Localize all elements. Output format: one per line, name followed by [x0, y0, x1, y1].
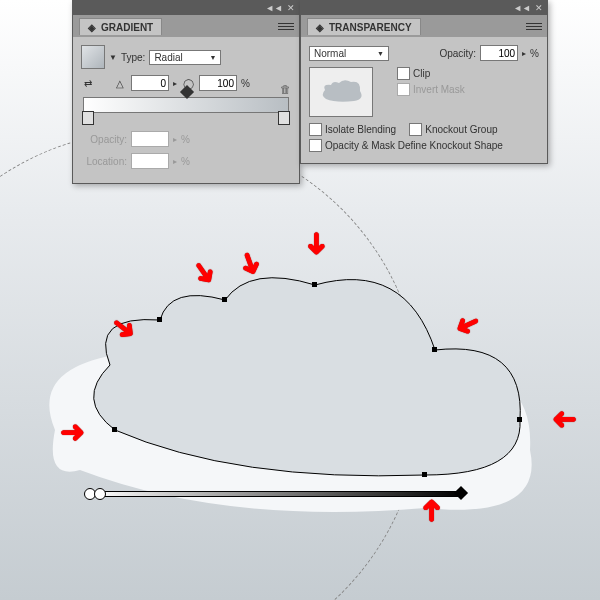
tab-transparency[interactable]: ◈TRANSPARENCY	[307, 18, 421, 35]
gradient-preview-swatch[interactable]	[81, 45, 105, 69]
svg-rect-5	[517, 417, 522, 422]
svg-rect-1	[157, 317, 162, 322]
isolate-blending-checkbox[interactable]: Isolate Blending	[309, 123, 396, 136]
angle-icon: △	[113, 76, 127, 90]
collapse-icon[interactable]: ◄◄	[265, 3, 283, 13]
gradient-ramp[interactable]	[83, 97, 289, 113]
aspect-input[interactable]	[199, 75, 237, 91]
panel-titlebar[interactable]: ◄◄ ✕	[73, 1, 299, 15]
close-icon[interactable]: ✕	[535, 3, 543, 13]
type-label: Type:	[121, 52, 145, 63]
red-arrow: ➜	[416, 498, 446, 523]
svg-rect-3	[312, 282, 317, 287]
gradient-type-select[interactable]: Radial	[149, 50, 221, 65]
stop-opacity-input	[131, 131, 169, 147]
gradient-annotator-bar[interactable]	[92, 491, 462, 497]
object-thumbnail[interactable]	[309, 67, 373, 117]
tab-gradient[interactable]: ◈GRADIENT	[79, 18, 162, 35]
reverse-gradient-icon[interactable]: ⇄	[81, 76, 95, 90]
panel-tabs: ◈GRADIENT	[73, 15, 299, 37]
dropdown-icon[interactable]: ▼	[109, 53, 117, 62]
opacity-input[interactable]	[480, 45, 518, 61]
opacity-label: Opacity:	[439, 48, 476, 59]
svg-rect-2	[222, 297, 227, 302]
svg-rect-6	[422, 472, 427, 477]
transparency-panel: ◄◄ ✕ ◈TRANSPARENCY Normal Opacity: ▸ % C…	[300, 0, 548, 164]
stepper-icon[interactable]: ▸	[522, 49, 526, 58]
panel-menu-button[interactable]	[277, 19, 295, 33]
svg-rect-4	[432, 347, 437, 352]
gradient-annotator-start-inner[interactable]	[94, 488, 106, 500]
location-label: Location:	[81, 156, 127, 167]
diamond-icon: ◈	[316, 22, 326, 32]
diamond-icon: ◈	[88, 22, 98, 32]
panel-titlebar[interactable]: ◄◄ ✕	[301, 1, 547, 15]
invert-mask-checkbox: Invert Mask	[397, 83, 465, 96]
panel-menu-button[interactable]	[525, 19, 543, 33]
svg-rect-0	[112, 427, 117, 432]
gradient-stop-right[interactable]	[278, 111, 290, 125]
close-icon[interactable]: ✕	[287, 3, 295, 13]
collapse-icon[interactable]: ◄◄	[513, 3, 531, 13]
trash-icon[interactable]: 🗑	[280, 83, 291, 95]
cloud-selected-path[interactable]	[55, 270, 575, 500]
angle-input[interactable]	[131, 75, 169, 91]
stepper-icon[interactable]: ▸	[173, 79, 177, 88]
red-arrow: ➜	[302, 231, 332, 256]
knockout-group-checkbox[interactable]: Knockout Group	[409, 123, 497, 136]
pct-label: %	[241, 78, 250, 89]
gradient-stop-left[interactable]	[82, 111, 94, 125]
define-knockout-checkbox[interactable]: Opacity & Mask Define Knockout Shape	[309, 139, 539, 152]
gradient-panel: ◄◄ ✕ ◈GRADIENT ▼ Type: Radial ⇄ △ ▸ ◯ %	[72, 0, 300, 184]
blend-mode-select[interactable]: Normal	[309, 46, 389, 61]
panel-tabs: ◈TRANSPARENCY	[301, 15, 547, 37]
opacity-label: Opacity:	[81, 134, 127, 145]
stop-location-input	[131, 153, 169, 169]
red-arrow: ➜	[60, 417, 85, 447]
red-arrow: ➜	[552, 405, 577, 435]
clip-checkbox[interactable]: Clip	[397, 67, 465, 80]
